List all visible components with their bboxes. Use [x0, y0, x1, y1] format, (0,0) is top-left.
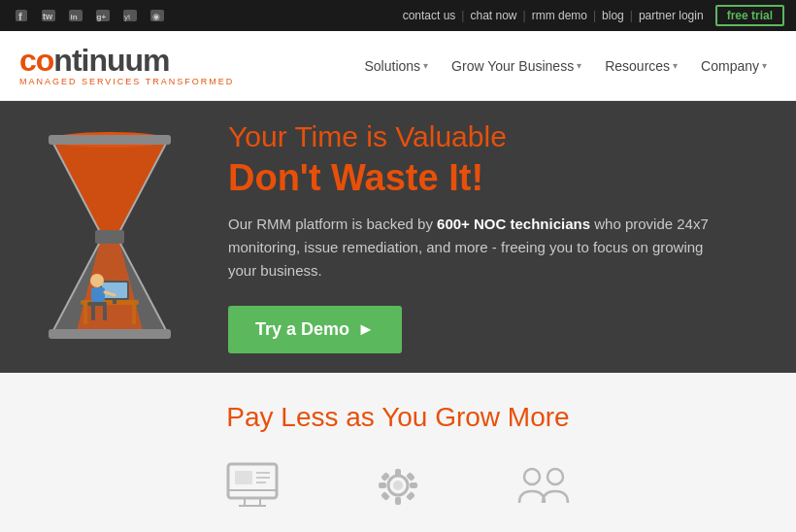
nav-grow-your-business[interactable]: Grow Your Business ▾	[442, 52, 591, 80]
logo: continuum MANAGED SERVICES TRANSFORMED	[19, 45, 234, 86]
svg-rect-28	[91, 287, 105, 302]
gear-icon	[364, 456, 432, 515]
svg-rect-22	[83, 305, 87, 324]
svg-rect-37	[235, 471, 252, 484]
svg-text:g+: g+	[97, 13, 107, 21]
main-nav: Solutions ▾ Grow Your Business ▾ Resourc…	[354, 52, 777, 80]
svg-rect-49	[381, 491, 390, 501]
blog-link[interactable]: blog	[602, 9, 624, 22]
hero-description: Our RMM platform is backed by 600+ NOC t…	[228, 213, 723, 283]
grow-dropdown-arrow: ▾	[577, 60, 581, 71]
try-a-demo-button[interactable]: Try a Demo ►	[228, 306, 402, 353]
svg-rect-23	[132, 305, 136, 324]
youtube-icon[interactable]: yt	[120, 6, 140, 25]
top-bar: f tw in g+ yt	[0, 0, 796, 31]
svg-text:tw: tw	[43, 12, 53, 21]
svg-rect-43	[395, 469, 401, 477]
resources-dropdown-arrow: ▾	[673, 60, 678, 71]
monitor-icon-item	[218, 456, 286, 515]
hero-section: Your Time is Valuable Don't Waste It! Ou…	[0, 101, 796, 373]
svg-rect-45	[379, 482, 386, 488]
svg-rect-19	[49, 329, 171, 339]
svg-rect-46	[410, 482, 417, 488]
hero-image	[29, 130, 189, 344]
logo-co: co	[19, 43, 53, 78]
free-trial-button[interactable]: free trial	[715, 5, 784, 26]
lower-section: Pay Less as You Grow More	[0, 373, 796, 532]
header: continuum MANAGED SERVICES TRANSFORMED S…	[0, 31, 796, 101]
monitor-icon	[218, 456, 286, 515]
logo-text: continuum	[19, 45, 170, 76]
svg-rect-50	[406, 491, 415, 501]
hero-content: Your Time is Valuable Don't Waste It! Ou…	[228, 120, 767, 353]
section-title: Pay Less as You Grow More	[19, 402, 777, 433]
svg-point-27	[90, 274, 104, 287]
svg-rect-26	[113, 300, 116, 304]
svg-marker-12	[51, 140, 168, 232]
linkedin-icon[interactable]: in	[66, 6, 85, 25]
twitter-icon[interactable]: tw	[39, 6, 58, 25]
hero-subtitle: Your Time is Valuable	[228, 120, 767, 153]
svg-point-52	[547, 469, 563, 484]
facebook-icon[interactable]: f	[12, 6, 31, 25]
social-icons: f tw in g+ yt	[12, 6, 167, 25]
svg-point-42	[393, 481, 403, 490]
company-dropdown-arrow: ▾	[762, 60, 767, 71]
logo-subtitle: MANAGED SERVICES TRANSFORMED	[19, 77, 234, 86]
users-icon-item	[510, 456, 578, 515]
nav-resources[interactable]: Resources ▾	[595, 52, 687, 80]
svg-rect-20	[95, 230, 124, 244]
googleplus-icon[interactable]: g+	[93, 6, 113, 25]
svg-text:in: in	[71, 13, 78, 21]
hero-title: Don't Waste It!	[228, 157, 767, 199]
contact-us-link[interactable]: contact us	[403, 9, 456, 22]
svg-text:◉: ◉	[152, 12, 160, 21]
gear-icon-item	[364, 456, 432, 515]
rmm-demo-link[interactable]: rmm demo	[532, 9, 587, 22]
svg-text:f: f	[18, 11, 22, 22]
svg-text:yt: yt	[124, 13, 131, 21]
svg-rect-29	[87, 302, 107, 306]
demo-btn-label: Try a Demo	[255, 319, 349, 340]
logo-name: ntinuum	[53, 43, 169, 78]
chat-now-link[interactable]: chat now	[470, 9, 516, 22]
svg-rect-44	[395, 497, 401, 505]
top-nav: contact us | chat now | rmm demo | blog …	[403, 5, 784, 26]
svg-point-51	[524, 469, 540, 484]
nav-company[interactable]: Company ▾	[691, 52, 777, 80]
solutions-dropdown-arrow: ▾	[423, 60, 428, 71]
svg-rect-30	[91, 306, 95, 320]
svg-rect-31	[103, 306, 107, 320]
users-icon	[510, 456, 578, 515]
svg-rect-18	[49, 135, 171, 145]
nav-solutions[interactable]: Solutions ▾	[354, 52, 438, 80]
icons-row	[19, 456, 777, 524]
partner-login-link[interactable]: partner login	[639, 9, 704, 22]
demo-btn-arrow: ►	[357, 319, 375, 340]
rss-icon[interactable]: ◉	[148, 6, 167, 25]
